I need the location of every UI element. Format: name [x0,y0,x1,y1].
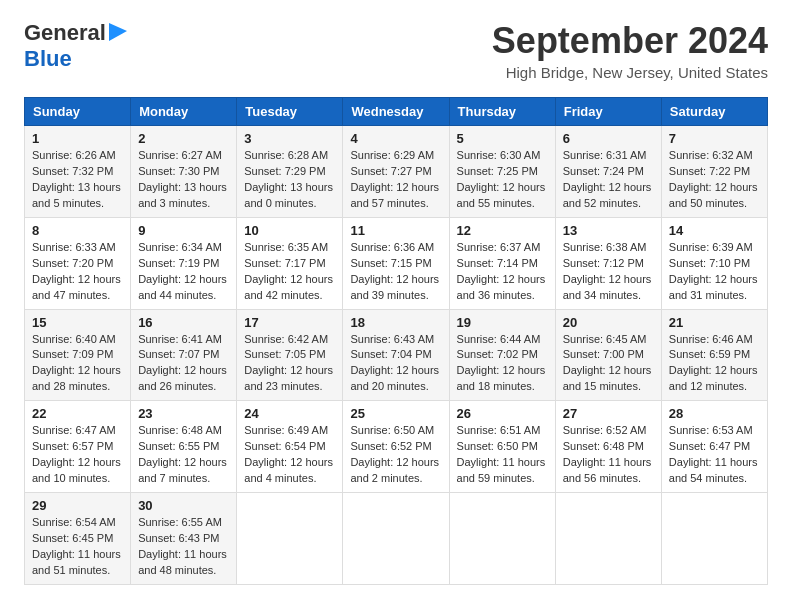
calendar-cell: 15 Sunrise: 6:40 AM Sunset: 7:09 PM Dayl… [25,309,131,401]
daylight-label: Daylight: 12 hours and 2 minutes. [350,456,439,484]
calendar-cell: 1 Sunrise: 6:26 AM Sunset: 7:32 PM Dayli… [25,126,131,218]
day-number: 8 [32,223,123,238]
sunrise-label: Sunrise: 6:55 AM [138,516,222,528]
sunrise-label: Sunrise: 6:30 AM [457,149,541,161]
day-number: 3 [244,131,335,146]
day-number: 17 [244,315,335,330]
cell-content: Sunrise: 6:28 AM Sunset: 7:29 PM Dayligh… [244,148,335,212]
day-header-sunday: Sunday [25,98,131,126]
calendar-cell: 10 Sunrise: 6:35 AM Sunset: 7:17 PM Dayl… [237,217,343,309]
calendar-cell: 24 Sunrise: 6:49 AM Sunset: 6:54 PM Dayl… [237,401,343,493]
day-number: 21 [669,315,760,330]
calendar-cell: 6 Sunrise: 6:31 AM Sunset: 7:24 PM Dayli… [555,126,661,218]
cell-content: Sunrise: 6:36 AM Sunset: 7:15 PM Dayligh… [350,240,441,304]
calendar-cell: 26 Sunrise: 6:51 AM Sunset: 6:50 PM Dayl… [449,401,555,493]
sunrise-label: Sunrise: 6:39 AM [669,241,753,253]
calendar-cell: 13 Sunrise: 6:38 AM Sunset: 7:12 PM Dayl… [555,217,661,309]
day-number: 23 [138,406,229,421]
day-number: 2 [138,131,229,146]
calendar-cell: 19 Sunrise: 6:44 AM Sunset: 7:02 PM Dayl… [449,309,555,401]
day-number: 30 [138,498,229,513]
sunset-label: Sunset: 7:25 PM [457,165,538,177]
calendar-cell: 7 Sunrise: 6:32 AM Sunset: 7:22 PM Dayli… [661,126,767,218]
logo-general: General [24,20,106,46]
cell-content: Sunrise: 6:46 AM Sunset: 6:59 PM Dayligh… [669,332,760,396]
cell-content: Sunrise: 6:53 AM Sunset: 6:47 PM Dayligh… [669,423,760,487]
sunrise-label: Sunrise: 6:46 AM [669,333,753,345]
sunrise-label: Sunrise: 6:54 AM [32,516,116,528]
sunrise-label: Sunrise: 6:48 AM [138,424,222,436]
cell-content: Sunrise: 6:50 AM Sunset: 6:52 PM Dayligh… [350,423,441,487]
cell-content: Sunrise: 6:30 AM Sunset: 7:25 PM Dayligh… [457,148,548,212]
daylight-label: Daylight: 12 hours and 10 minutes. [32,456,121,484]
sunset-label: Sunset: 6:43 PM [138,532,219,544]
cell-content: Sunrise: 6:38 AM Sunset: 7:12 PM Dayligh… [563,240,654,304]
sunrise-label: Sunrise: 6:42 AM [244,333,328,345]
sunrise-label: Sunrise: 6:45 AM [563,333,647,345]
daylight-label: Daylight: 12 hours and 52 minutes. [563,181,652,209]
cell-content: Sunrise: 6:49 AM Sunset: 6:54 PM Dayligh… [244,423,335,487]
calendar-cell [449,493,555,585]
calendar-cell: 17 Sunrise: 6:42 AM Sunset: 7:05 PM Dayl… [237,309,343,401]
sunrise-label: Sunrise: 6:47 AM [32,424,116,436]
daylight-label: Daylight: 12 hours and 28 minutes. [32,364,121,392]
sunrise-label: Sunrise: 6:31 AM [563,149,647,161]
calendar-week-row: 22 Sunrise: 6:47 AM Sunset: 6:57 PM Dayl… [25,401,768,493]
daylight-label: Daylight: 12 hours and 50 minutes. [669,181,758,209]
day-number: 14 [669,223,760,238]
day-number: 29 [32,498,123,513]
logo-arrow-icon [109,21,127,45]
cell-content: Sunrise: 6:52 AM Sunset: 6:48 PM Dayligh… [563,423,654,487]
cell-content: Sunrise: 6:44 AM Sunset: 7:02 PM Dayligh… [457,332,548,396]
calendar-cell [555,493,661,585]
sunset-label: Sunset: 7:00 PM [563,348,644,360]
daylight-label: Daylight: 12 hours and 18 minutes. [457,364,546,392]
cell-content: Sunrise: 6:26 AM Sunset: 7:32 PM Dayligh… [32,148,123,212]
daylight-label: Daylight: 12 hours and 55 minutes. [457,181,546,209]
calendar-cell: 30 Sunrise: 6:55 AM Sunset: 6:43 PM Dayl… [131,493,237,585]
day-number: 7 [669,131,760,146]
day-number: 6 [563,131,654,146]
cell-content: Sunrise: 6:42 AM Sunset: 7:05 PM Dayligh… [244,332,335,396]
sunset-label: Sunset: 7:29 PM [244,165,325,177]
calendar-cell: 22 Sunrise: 6:47 AM Sunset: 6:57 PM Dayl… [25,401,131,493]
sunrise-label: Sunrise: 6:34 AM [138,241,222,253]
cell-content: Sunrise: 6:32 AM Sunset: 7:22 PM Dayligh… [669,148,760,212]
calendar-cell: 27 Sunrise: 6:52 AM Sunset: 6:48 PM Dayl… [555,401,661,493]
sunset-label: Sunset: 6:45 PM [32,532,113,544]
day-number: 5 [457,131,548,146]
calendar-week-row: 29 Sunrise: 6:54 AM Sunset: 6:45 PM Dayl… [25,493,768,585]
day-number: 20 [563,315,654,330]
sunrise-label: Sunrise: 6:41 AM [138,333,222,345]
daylight-label: Daylight: 11 hours and 48 minutes. [138,548,227,576]
daylight-label: Daylight: 12 hours and 20 minutes. [350,364,439,392]
sunset-label: Sunset: 7:10 PM [669,257,750,269]
sunrise-label: Sunrise: 6:28 AM [244,149,328,161]
sunset-label: Sunset: 7:12 PM [563,257,644,269]
calendar-week-row: 15 Sunrise: 6:40 AM Sunset: 7:09 PM Dayl… [25,309,768,401]
daylight-label: Daylight: 12 hours and 39 minutes. [350,273,439,301]
sunrise-label: Sunrise: 6:43 AM [350,333,434,345]
sunset-label: Sunset: 7:27 PM [350,165,431,177]
sunset-label: Sunset: 6:47 PM [669,440,750,452]
cell-content: Sunrise: 6:33 AM Sunset: 7:20 PM Dayligh… [32,240,123,304]
daylight-label: Daylight: 11 hours and 51 minutes. [32,548,121,576]
daylight-label: Daylight: 11 hours and 59 minutes. [457,456,546,484]
sunset-label: Sunset: 7:20 PM [32,257,113,269]
day-number: 25 [350,406,441,421]
calendar-cell: 5 Sunrise: 6:30 AM Sunset: 7:25 PM Dayli… [449,126,555,218]
day-number: 12 [457,223,548,238]
day-number: 1 [32,131,123,146]
daylight-label: Daylight: 12 hours and 57 minutes. [350,181,439,209]
calendar-cell: 23 Sunrise: 6:48 AM Sunset: 6:55 PM Dayl… [131,401,237,493]
cell-content: Sunrise: 6:43 AM Sunset: 7:04 PM Dayligh… [350,332,441,396]
cell-content: Sunrise: 6:48 AM Sunset: 6:55 PM Dayligh… [138,423,229,487]
day-number: 19 [457,315,548,330]
calendar-cell: 28 Sunrise: 6:53 AM Sunset: 6:47 PM Dayl… [661,401,767,493]
sunrise-label: Sunrise: 6:37 AM [457,241,541,253]
daylight-label: Daylight: 12 hours and 47 minutes. [32,273,121,301]
day-number: 9 [138,223,229,238]
sunset-label: Sunset: 7:04 PM [350,348,431,360]
day-number: 15 [32,315,123,330]
cell-content: Sunrise: 6:51 AM Sunset: 6:50 PM Dayligh… [457,423,548,487]
